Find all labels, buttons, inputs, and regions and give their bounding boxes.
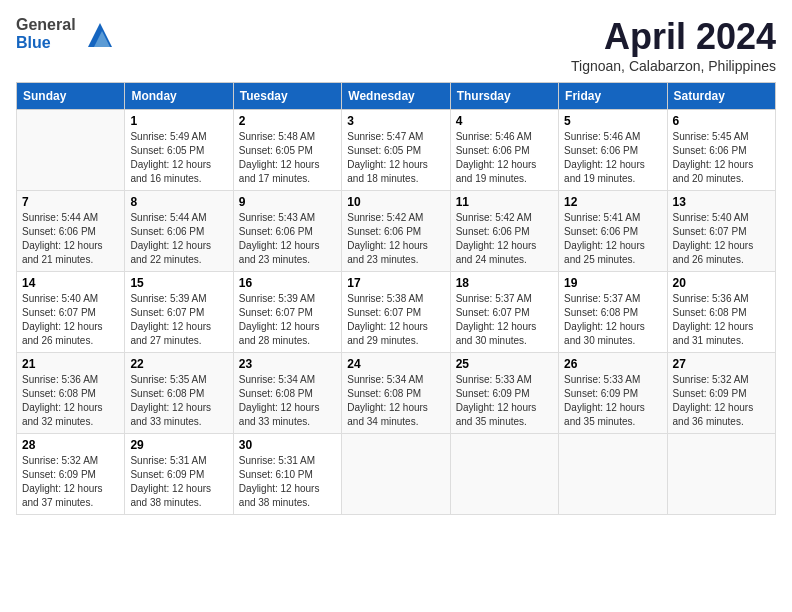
day-info-line: Sunrise: 5:36 AM [673,293,749,304]
day-cell: 8Sunrise: 5:44 AMSunset: 6:06 PMDaylight… [125,191,233,272]
day-cell: 12Sunrise: 5:41 AMSunset: 6:06 PMDayligh… [559,191,667,272]
day-number: 30 [239,438,336,452]
day-info-line: Sunrise: 5:46 AM [564,131,640,142]
weekday-header-tuesday: Tuesday [233,83,341,110]
calendar-body: 1Sunrise: 5:49 AMSunset: 6:05 PMDaylight… [17,110,776,515]
day-number: 7 [22,195,119,209]
day-info-line: and 34 minutes. [347,416,418,427]
subtitle: Tignoan, Calabarzon, Philippines [571,58,776,74]
day-info-line: Daylight: 12 hours [130,483,211,494]
weekday-header-row: SundayMondayTuesdayWednesdayThursdayFrid… [17,83,776,110]
day-cell: 6Sunrise: 5:45 AMSunset: 6:06 PMDaylight… [667,110,775,191]
day-number: 19 [564,276,661,290]
day-cell: 15Sunrise: 5:39 AMSunset: 6:07 PMDayligh… [125,272,233,353]
day-info-line: and 32 minutes. [22,416,93,427]
page-header: General Blue April 2024 Tignoan, Calabar… [16,16,776,74]
day-info-line: and 35 minutes. [564,416,635,427]
day-info-line: Daylight: 12 hours [673,240,754,251]
day-cell: 13Sunrise: 5:40 AMSunset: 6:07 PMDayligh… [667,191,775,272]
day-number: 25 [456,357,553,371]
day-info-line: and 30 minutes. [456,335,527,346]
day-info-line: and 22 minutes. [130,254,201,265]
day-info-line: and 31 minutes. [673,335,744,346]
day-cell: 25Sunrise: 5:33 AMSunset: 6:09 PMDayligh… [450,353,558,434]
logo: General Blue [16,16,116,52]
day-info-line: and 33 minutes. [239,416,310,427]
day-info-line: Sunrise: 5:34 AM [347,374,423,385]
day-info-line: Sunset: 6:08 PM [673,307,747,318]
day-cell [450,434,558,515]
day-info-line: Sunrise: 5:40 AM [673,212,749,223]
day-number: 11 [456,195,553,209]
day-cell [667,434,775,515]
day-info-line: Daylight: 12 hours [673,159,754,170]
day-info-line: Sunrise: 5:45 AM [673,131,749,142]
day-info-line: and 29 minutes. [347,335,418,346]
day-info: Sunrise: 5:37 AMSunset: 6:07 PMDaylight:… [456,292,553,348]
day-info: Sunrise: 5:38 AMSunset: 6:07 PMDaylight:… [347,292,444,348]
day-number: 16 [239,276,336,290]
day-cell: 18Sunrise: 5:37 AMSunset: 6:07 PMDayligh… [450,272,558,353]
day-info-line: Sunset: 6:07 PM [347,307,421,318]
day-info-line: Sunrise: 5:39 AM [239,293,315,304]
day-number: 2 [239,114,336,128]
day-info-line: Daylight: 12 hours [347,402,428,413]
week-row-3: 14Sunrise: 5:40 AMSunset: 6:07 PMDayligh… [17,272,776,353]
day-info-line: Daylight: 12 hours [673,321,754,332]
calendar-table: SundayMondayTuesdayWednesdayThursdayFrid… [16,82,776,515]
day-cell: 19Sunrise: 5:37 AMSunset: 6:08 PMDayligh… [559,272,667,353]
day-cell: 1Sunrise: 5:49 AMSunset: 6:05 PMDaylight… [125,110,233,191]
day-info-line: Daylight: 12 hours [673,402,754,413]
day-info: Sunrise: 5:31 AMSunset: 6:10 PMDaylight:… [239,454,336,510]
day-info: Sunrise: 5:32 AMSunset: 6:09 PMDaylight:… [673,373,770,429]
day-cell: 16Sunrise: 5:39 AMSunset: 6:07 PMDayligh… [233,272,341,353]
day-info-line: Sunrise: 5:48 AM [239,131,315,142]
day-info-line: Daylight: 12 hours [22,402,103,413]
day-info-line: Daylight: 12 hours [239,240,320,251]
day-info: Sunrise: 5:39 AMSunset: 6:07 PMDaylight:… [239,292,336,348]
day-info: Sunrise: 5:34 AMSunset: 6:08 PMDaylight:… [347,373,444,429]
day-info-line: Sunrise: 5:36 AM [22,374,98,385]
day-info-line: Sunset: 6:09 PM [673,388,747,399]
day-cell: 7Sunrise: 5:44 AMSunset: 6:06 PMDaylight… [17,191,125,272]
day-number: 23 [239,357,336,371]
weekday-header-thursday: Thursday [450,83,558,110]
day-info-line: Sunset: 6:08 PM [564,307,638,318]
day-cell: 10Sunrise: 5:42 AMSunset: 6:06 PMDayligh… [342,191,450,272]
day-info-line: Daylight: 12 hours [456,402,537,413]
day-number: 27 [673,357,770,371]
day-info-line: Sunset: 6:05 PM [239,145,313,156]
day-info-line: Sunrise: 5:33 AM [564,374,640,385]
day-cell: 14Sunrise: 5:40 AMSunset: 6:07 PMDayligh… [17,272,125,353]
day-info: Sunrise: 5:42 AMSunset: 6:06 PMDaylight:… [347,211,444,267]
day-info-line: Sunrise: 5:35 AM [130,374,206,385]
day-number: 5 [564,114,661,128]
day-info-line: Sunrise: 5:32 AM [22,455,98,466]
day-info-line: and 26 minutes. [22,335,93,346]
day-number: 20 [673,276,770,290]
day-number: 26 [564,357,661,371]
day-info: Sunrise: 5:41 AMSunset: 6:06 PMDaylight:… [564,211,661,267]
day-info: Sunrise: 5:36 AMSunset: 6:08 PMDaylight:… [673,292,770,348]
day-info-line: Sunset: 6:06 PM [22,226,96,237]
day-info-line: Sunset: 6:07 PM [22,307,96,318]
day-cell [559,434,667,515]
day-info-line: Sunset: 6:06 PM [347,226,421,237]
day-info-line: Sunrise: 5:41 AM [564,212,640,223]
weekday-header-saturday: Saturday [667,83,775,110]
day-info-line: Daylight: 12 hours [22,321,103,332]
day-cell: 5Sunrise: 5:46 AMSunset: 6:06 PMDaylight… [559,110,667,191]
day-number: 24 [347,357,444,371]
day-info: Sunrise: 5:44 AMSunset: 6:06 PMDaylight:… [130,211,227,267]
day-cell: 21Sunrise: 5:36 AMSunset: 6:08 PMDayligh… [17,353,125,434]
day-info: Sunrise: 5:48 AMSunset: 6:05 PMDaylight:… [239,130,336,186]
day-info-line: Sunset: 6:06 PM [456,145,530,156]
day-info-line: and 35 minutes. [456,416,527,427]
day-info: Sunrise: 5:33 AMSunset: 6:09 PMDaylight:… [456,373,553,429]
month-title: April 2024 [571,16,776,58]
day-info-line: and 37 minutes. [22,497,93,508]
day-info-line: Daylight: 12 hours [22,240,103,251]
day-info-line: Daylight: 12 hours [130,240,211,251]
week-row-2: 7Sunrise: 5:44 AMSunset: 6:06 PMDaylight… [17,191,776,272]
day-number: 6 [673,114,770,128]
